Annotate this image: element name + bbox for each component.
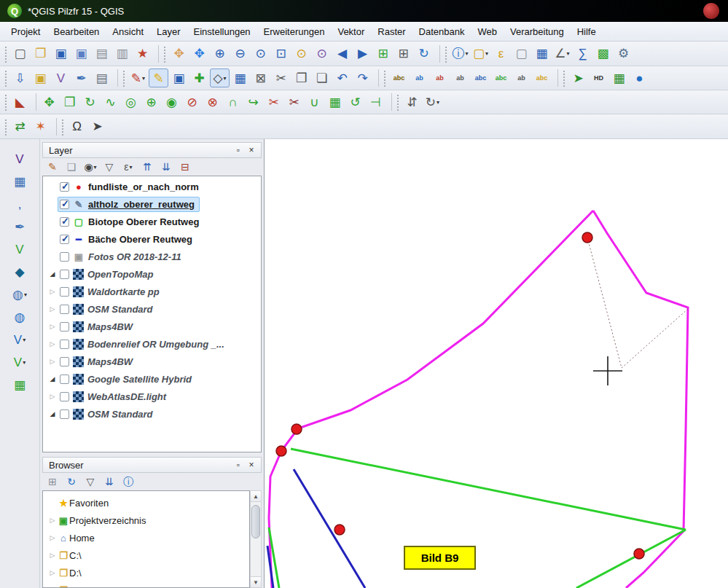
layer-visibility-checkbox[interactable] [60,270,69,279]
layer-row[interactable]: ▷ Maps4BW [43,318,261,335]
layer-row[interactable]: ▷ Bodenrelief OR Umgebung _... [43,335,261,353]
menu-ansicht[interactable]: Ansicht [106,23,150,40]
toggle-editing-button[interactable]: ✎▾ [149,68,168,87]
menu-einstellungen[interactable]: Einstellungen [187,23,257,40]
zoom-native-button[interactable]: ⊙▾ [251,44,270,63]
layer-row[interactable]: ━ Bäche Oberer Reutweg [43,230,261,248]
layer-visibility-checkbox[interactable] [60,217,69,227]
refresh-browser-button[interactable]: ↻▾ [63,474,80,490]
layer-name[interactable]: OpenTopoMap [87,269,154,280]
metasearch-button[interactable]: ✶▾ [31,117,50,136]
snapping-options-button[interactable]: ⇵▾ [402,93,422,111]
expand-arrow-icon[interactable]: ▷ [47,393,58,400]
menu-projekt[interactable]: Projekt [4,23,47,40]
add-selected-layers-button[interactable]: ⊞▾ [44,474,61,490]
new-virtual-layer-button[interactable]: ▤▾ [92,68,111,87]
layer-name[interactable]: Bodenrelief OR Umgebung _... [87,339,224,350]
layer-name[interactable]: Biotope Oberer Reutweg [88,216,199,227]
menu-bearbeiten[interactable]: Bearbeiten [47,23,106,40]
layer-row[interactable]: ◢ OSM Standard [43,405,261,423]
move-feature-button[interactable]: ✥▾ [39,93,59,111]
deselect-features-button[interactable]: ▢▾ [512,44,531,63]
pin-labels-button[interactable]: ab▾ [450,68,470,87]
layer-visibility-checkbox[interactable] [60,200,69,209]
filter-browser-button[interactable]: ▽▾ [82,474,99,490]
new-map-view-button[interactable]: ⊞▾ [373,44,393,63]
dropdown-arrow-icon[interactable]: ▾ [130,164,133,170]
expand-arrow-icon[interactable]: ▷ [47,358,58,365]
select-by-expression-button[interactable]: ε▾ [491,44,511,63]
add-vector-layer-button[interactable]: V▾ [10,149,30,168]
trim-extend-button[interactable]: ⊣▾ [366,93,385,111]
add-spatialite-layer-button[interactable]: ✒▾ [10,217,30,236]
layer-visibility-checkbox[interactable] [60,182,69,192]
browser-panel-close-button[interactable]: × [245,459,258,471]
layer-name[interactable]: WebAtlasDE.light [87,391,166,402]
save-layer-edits-button[interactable]: ▣▾ [169,68,189,87]
measure-button[interactable]: ∠▾ [552,44,572,63]
scrollbar-thumb[interactable] [251,505,260,538]
add-wms-layer-button[interactable]: ◍▾ [10,285,30,304]
rotate-point-symbols-button[interactable]: ↺▾ [345,93,365,111]
delete-selected-button[interactable]: ⊠▾ [251,68,270,87]
add-arcgis-layer-button[interactable]: V▾ [10,353,30,372]
dropdown-arrow-icon[interactable]: ▾ [437,99,439,106]
add-wcs-layer-button[interactable]: ◍▾ [10,307,30,326]
layer-visibility-checkbox[interactable] [60,287,69,297]
offset-curve-button[interactable]: ∩▾ [223,93,243,111]
menu-verarbeitung[interactable]: Verarbeitung [504,23,571,40]
browser-item-favoriten[interactable]: ★ Favoriten [43,494,249,511]
zoom-next-button[interactable]: ▶▾ [353,44,372,63]
new-spatialite-button[interactable]: ✒▾ [71,68,91,87]
copy-features-button[interactable]: ❐▾ [291,68,311,87]
expand-arrow-icon[interactable]: ▷ [47,534,58,541]
layers-panel-header[interactable]: Layer ▫ × [42,142,262,158]
refresh-button[interactable]: ↻▾ [414,44,434,63]
layer-visibility-checkbox[interactable] [60,375,69,384]
cut-features-button[interactable]: ✂▾ [271,68,291,87]
layers-panel-float-button[interactable]: ▫ [232,144,245,156]
layer-row[interactable]: ▷ Waldortkarte pp [43,283,261,300]
merge-attributes-button[interactable]: ▦▾ [325,93,345,111]
layer-labeling-button[interactable]: abc▾ [389,68,409,87]
new-project-button[interactable]: ▢▾ [10,44,30,63]
add-wfs-layer-button[interactable]: V▾ [10,330,30,349]
merge-features-button[interactable]: ∪▾ [305,93,324,111]
expand-arrow-icon[interactable]: ▷ [47,323,58,330]
layer-row[interactable]: ✎ altholz_oberer_reutweg [43,195,261,213]
raster-grid-plugin-button[interactable]: ▦▾ [609,68,629,87]
zoom-to-selection-button[interactable]: ⊙▾ [291,44,311,63]
rotate-feature-button[interactable]: ↻▾ [80,93,100,111]
expand-arrow-icon[interactable]: ◢ [47,410,58,418]
collapse-all-button[interactable]: ⇊▾ [157,159,175,175]
layer-row[interactable]: ▢ Biotope Oberer Reutweg [43,213,261,230]
browser-panel-float-button[interactable]: ▫ [232,459,245,471]
browser-item-drive-d[interactable]: ▷ ❐ D:\ [43,564,249,581]
redo-button[interactable]: ↷▾ [353,68,372,87]
browser-item-home[interactable]: ▷ ⌂ Home [43,529,249,546]
fill-ring-button[interactable]: ◉▾ [162,93,181,111]
remove-layer-button[interactable]: ⊟▾ [176,159,194,175]
open-layer-styling-button[interactable]: ✎▾ [44,159,61,175]
new-print-layout-button[interactable]: ▤▾ [92,44,111,63]
title-bar[interactable]: Q *QGIS Pilzfr 15 - QGIS [0,0,728,22]
rotate-map-button[interactable]: ↻▾ [423,93,442,111]
add-group-button[interactable]: ❏▾ [63,159,80,175]
layer-row[interactable]: ▷ Maps4BW [43,353,261,370]
delete-part-button[interactable]: ⊗▾ [203,93,222,111]
pan-map-button[interactable]: ✥▾ [169,44,189,63]
layer-row[interactable]: ◢ Google Satellite Hybrid [43,370,261,388]
layout-manager-button[interactable]: ▥▾ [112,44,132,63]
layer-visibility-checkbox[interactable] [60,322,69,332]
expand-arrow-icon[interactable]: ▷ [47,552,58,559]
zoom-to-layer-button[interactable]: ⊙▾ [312,44,332,63]
expand-arrow-icon[interactable]: ▷ [47,340,58,348]
new-3d-map-view-button[interactable]: ⊞▾ [394,44,413,63]
menu-vektor[interactable]: Vektor [331,23,371,40]
import-features-button[interactable]: ⇩▾ [10,68,30,87]
delete-ring-button[interactable]: ⊘▾ [182,93,202,111]
zoom-in-button[interactable]: ⊕▾ [210,44,230,63]
menu-raster[interactable]: Raster [371,23,412,40]
manage-map-themes-button[interactable]: ◉▾ [82,159,99,175]
pan-to-selection-button[interactable]: ✥▾ [189,44,209,63]
